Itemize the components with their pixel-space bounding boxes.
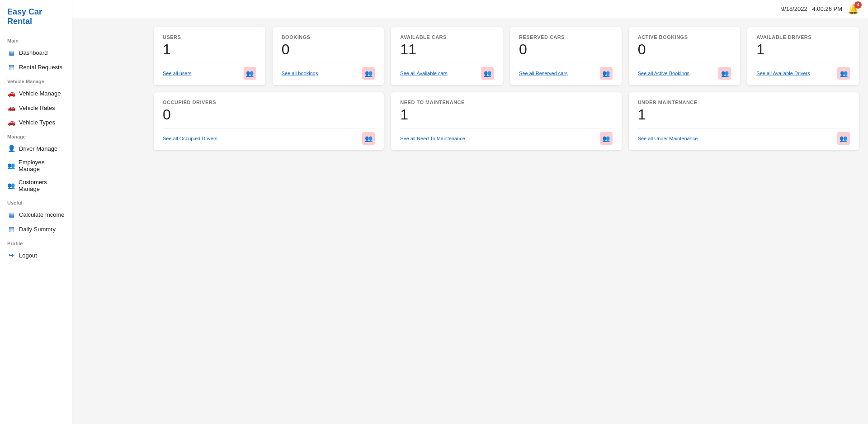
sidebar-item-logout[interactable]: ↪Logout <box>0 248 72 262</box>
sidebar-item-label-dashboard: Dashboard <box>19 49 48 56</box>
card-link-available-drivers[interactable]: See all Available Drivers <box>756 71 810 76</box>
card-value-need-to-maintenance: 1 <box>400 107 612 123</box>
card-value-occupied-drivers: 0 <box>163 107 375 123</box>
driver-manage-icon: 👤 <box>7 144 15 152</box>
header-time: 4:00:26 PM <box>812 5 843 12</box>
card-label-reserved-cars: RESERVED CARS <box>519 34 613 40</box>
sidebar-item-label-vehicle-types: Vehicle Types <box>19 119 55 126</box>
sidebar-item-vehicle-manage[interactable]: 🚗Vehicle Manage <box>0 86 72 100</box>
sidebar-item-label-calculate-income: Calculate Income <box>19 211 64 218</box>
card-label-available-cars: AVAILABLE CARS <box>400 34 494 40</box>
vehicle-types-icon: 🚗 <box>7 118 15 126</box>
sidebar: Easy Car Rental Main▦Dashboard▦Rental Re… <box>0 0 72 424</box>
card-available-cars: AVAILABLE CARS11See all Available cars👥 <box>391 27 503 85</box>
sidebar-item-vehicle-rates[interactable]: 🚗Vehicle Rates <box>0 100 72 115</box>
card-footer-occupied-drivers: See all Occupied Drivers👥 <box>163 128 375 145</box>
sidebar-item-label-logout: Logout <box>19 252 37 259</box>
card-link-users[interactable]: See all users <box>163 71 192 76</box>
card-icon-btn-available-drivers[interactable]: 👥 <box>837 67 850 80</box>
stats-row-2: OCCUPIED DRIVERS0See all Occupied Driver… <box>154 92 859 150</box>
card-reserved-cars: RESERVED CARS0See all Reserved cars👥 <box>510 27 622 85</box>
sidebar-item-label-employee-manage: Employee Manage <box>19 159 65 172</box>
sidebar-section-label: Manage <box>0 129 72 141</box>
card-footer-available-drivers: See all Available Drivers👥 <box>756 63 850 80</box>
card-icon-btn-users[interactable]: 👥 <box>244 67 256 80</box>
card-footer-available-cars: See all Available cars👥 <box>400 63 494 80</box>
card-icon-btn-need-to-maintenance[interactable]: 👥 <box>600 132 613 145</box>
card-label-need-to-maintenance: NEED TO MAINTENANCE <box>400 100 612 105</box>
vehicle-rates-icon: 🚗 <box>7 104 15 112</box>
sidebar-item-label-vehicle-rates: Vehicle Rates <box>19 105 55 111</box>
daily-summry-icon: ▦ <box>7 225 15 233</box>
card-link-available-cars[interactable]: See all Available cars <box>400 71 447 76</box>
sidebar-item-daily-summry[interactable]: ▦Daily Summry <box>0 222 72 236</box>
card-footer-active-bookings: See all Active Bookings👥 <box>638 63 731 80</box>
card-active-bookings: ACTIVE BOOKINGS0See all Active Bookings👥 <box>629 27 741 85</box>
sidebar-item-label-driver-manage: Driver Manage <box>19 145 57 152</box>
notification-badge: 4 <box>854 1 862 9</box>
card-value-users: 1 <box>163 42 256 57</box>
card-available-drivers: AVAILABLE DRIVERS1See all Available Driv… <box>747 27 859 85</box>
sidebar-item-driver-manage[interactable]: 👤Driver Manage <box>0 141 72 156</box>
stats-row-1: USERS1See all users👥BOOKINGS0See all boo… <box>154 27 859 85</box>
sidebar-section-label: Profile <box>0 236 72 248</box>
vehicle-manage-icon: 🚗 <box>7 89 15 97</box>
sidebar-item-vehicle-types[interactable]: 🚗Vehicle Types <box>0 115 72 129</box>
card-link-bookings[interactable]: See all bookings <box>282 71 318 76</box>
card-link-occupied-drivers[interactable]: See all Occupied Drivers <box>163 136 217 141</box>
dashboard-icon: ▦ <box>7 48 15 57</box>
sidebar-section-label: Vehicle Manage <box>0 74 72 86</box>
card-icon-btn-available-cars[interactable]: 👥 <box>481 67 494 80</box>
sidebar-item-label-vehicle-manage: Vehicle Manage <box>19 90 61 97</box>
card-value-bookings: 0 <box>282 42 375 57</box>
card-label-under-maintenance: UNDER MAINTENANCE <box>638 100 850 105</box>
card-link-reserved-cars[interactable]: See all Reserved cars <box>519 71 568 76</box>
card-label-bookings: BOOKINGS <box>282 34 375 40</box>
card-link-under-maintenance[interactable]: See all Under Maintenance <box>638 136 698 141</box>
card-footer-users: See all users👥 <box>163 63 256 80</box>
card-footer-need-to-maintenance: See all Need To Maintenance👥 <box>400 128 612 145</box>
sidebar-item-customers-manage[interactable]: 👥Customers Manage <box>0 176 72 195</box>
sidebar-item-rental-requests[interactable]: ▦Rental Requests <box>0 60 72 74</box>
card-icon-btn-occupied-drivers[interactable]: 👥 <box>362 132 375 145</box>
sidebar-item-employee-manage[interactable]: 👥Employee Manage <box>0 156 72 176</box>
calculate-income-icon: ▦ <box>7 210 15 219</box>
card-label-available-drivers: AVAILABLE DRIVERS <box>756 34 850 40</box>
sidebar-item-label-daily-summry: Daily Summry <box>19 226 56 233</box>
customers-manage-icon: 👥 <box>7 181 15 190</box>
card-occupied-drivers: OCCUPIED DRIVERS0See all Occupied Driver… <box>154 92 384 150</box>
card-icon-btn-under-maintenance[interactable]: 👥 <box>837 132 850 145</box>
card-footer-bookings: See all bookings👥 <box>282 63 375 80</box>
card-value-active-bookings: 0 <box>638 42 731 57</box>
sidebar-item-dashboard[interactable]: ▦Dashboard <box>0 45 72 60</box>
card-label-active-bookings: ACTIVE BOOKINGS <box>638 34 731 40</box>
card-need-to-maintenance: NEED TO MAINTENANCE1See all Need To Main… <box>391 92 621 150</box>
card-under-maintenance: UNDER MAINTENANCE1See all Under Maintena… <box>629 92 859 150</box>
card-link-active-bookings[interactable]: See all Active Bookings <box>638 71 689 76</box>
logout-icon: ↪ <box>7 251 15 259</box>
rental-requests-icon: ▦ <box>7 63 15 71</box>
sidebar-item-label-customers-manage: Customers Manage <box>19 179 65 192</box>
card-icon-btn-bookings[interactable]: 👥 <box>362 67 375 80</box>
card-users: USERS1See all users👥 <box>154 27 265 85</box>
header-datetime: 9/18/2022 4:00:26 PM <box>781 5 842 12</box>
card-value-available-drivers: 1 <box>756 42 850 57</box>
header-date: 9/18/2022 <box>781 5 807 12</box>
header: 9/18/2022 4:00:26 PM 🔔 4 <box>72 0 868 18</box>
card-link-need-to-maintenance[interactable]: See all Need To Maintenance <box>400 136 465 141</box>
card-label-occupied-drivers: OCCUPIED DRIVERS <box>163 100 375 105</box>
card-icon-btn-active-bookings[interactable]: 👥 <box>718 67 731 80</box>
sidebar-item-label-rental-requests: Rental Requests <box>19 64 62 71</box>
card-footer-reserved-cars: See all Reserved cars👥 <box>519 63 613 80</box>
card-label-users: USERS <box>163 34 256 40</box>
notification-bell[interactable]: 🔔 4 <box>848 4 859 14</box>
main-content: USERS1See all users👥BOOKINGS0See all boo… <box>145 18 868 424</box>
employee-manage-icon: 👥 <box>7 162 15 170</box>
card-footer-under-maintenance: See all Under Maintenance👥 <box>638 128 850 145</box>
card-value-under-maintenance: 1 <box>638 107 850 123</box>
card-icon-btn-reserved-cars[interactable]: 👥 <box>600 67 613 80</box>
card-bookings: BOOKINGS0See all bookings👥 <box>273 27 384 85</box>
sidebar-item-calculate-income[interactable]: ▦Calculate Income <box>0 207 72 222</box>
app-logo: Easy Car Rental <box>0 7 72 33</box>
sidebar-section-label: Main <box>0 33 72 45</box>
